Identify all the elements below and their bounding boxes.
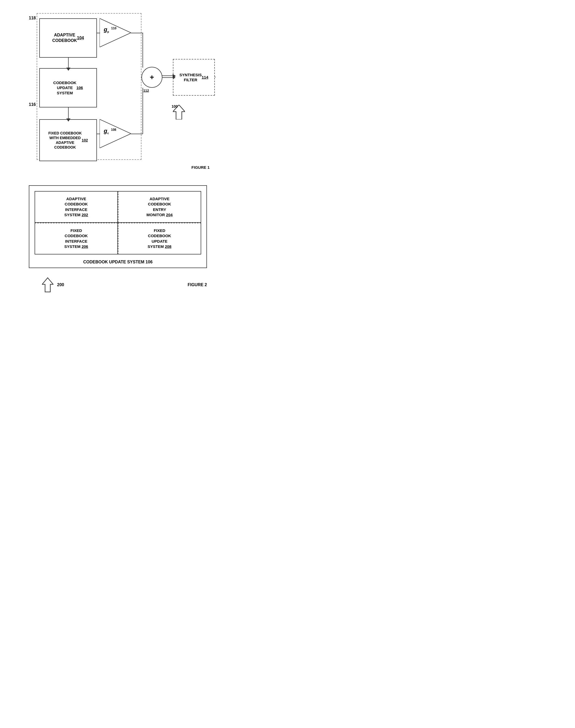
adaptive-codebook-interface-cell: ADAPTIVECODEBOOKINTERFACESYSTEM 202 <box>35 191 118 223</box>
fig2-left: 200 <box>42 277 64 293</box>
adaptive-codebook-entry-cell: ADAPTIVECODEBOOKENTRYMONITOR 204 <box>118 191 201 223</box>
gp-num: 110 <box>111 27 116 30</box>
fixed-codebook-interface-cell: FIXEDCODEBOOKINTERFACESYSTEM 206 <box>35 223 118 255</box>
adder-num: 112 <box>143 89 149 93</box>
adaptive-codebook-box: ADAPTIVECODEBOOK104 <box>39 18 97 58</box>
line-gc-to-adder-h <box>131 134 143 134</box>
output-arrow-area: 100 <box>173 105 185 121</box>
synthesis-filter-box: SYNTHESISFILTER114 <box>173 59 215 96</box>
sf-output-line <box>215 76 215 77</box>
line-fcb-to-gc <box>97 134 100 134</box>
codebook-update-box: CODEBOOKUPDATESYSTEM106 <box>39 68 97 107</box>
figure-2-caption-row: 200 FIGURE 2 <box>16 277 220 293</box>
line-gp-to-adder <box>131 33 143 33</box>
gp-label: gp 110 <box>104 26 116 33</box>
arrowhead-to-fcb <box>66 119 70 122</box>
gc-label: gc 108 <box>104 128 116 135</box>
figure-2-container: ADAPTIVECODEBOOKINTERFACESYSTEM 202 ADAP… <box>16 185 220 293</box>
arrow-up-icon-200 <box>42 277 54 293</box>
line-h-adder-sf <box>162 75 174 76</box>
gc-num: 108 <box>111 128 116 132</box>
fixed-codebook-box: FIXED CODEBOOKWITH EMBEDDEDADAPTIVECODEB… <box>39 119 97 161</box>
adder-circle: + <box>141 67 162 88</box>
label-100: 100 <box>172 104 178 108</box>
figure-2-diagram: ADAPTIVECODEBOOKINTERFACESYSTEM 202 ADAP… <box>16 185 220 268</box>
arrowhead-to-update <box>66 68 70 71</box>
arrowhead-to-sf <box>173 74 176 78</box>
figure-2-caption-text: FIGURE 2 <box>188 283 207 287</box>
gp-subscript: p <box>107 30 109 33</box>
fixed-codebook-update-cell: FIXEDCODEBOOKUPDATESYSTEM 208 <box>118 223 201 255</box>
figure-1-caption: FIGURE 1 <box>16 165 220 170</box>
line-adder-to-sf <box>162 77 173 78</box>
label-116: 116 <box>29 102 36 107</box>
line-acb-to-update <box>68 58 69 68</box>
label-118: 118 <box>29 16 36 21</box>
svg-marker-3 <box>42 278 53 292</box>
gc-subscript: c <box>107 132 109 135</box>
label-200: 200 <box>57 283 64 287</box>
codebook-update-label: CODEBOOK UPDATE SYSTEM 106 <box>29 260 206 264</box>
line-acb-to-gp <box>97 33 100 33</box>
figure-1-diagram: 118 116 ADAPTIVECODEBOOK104 CODEBOOKUPDA… <box>16 10 220 163</box>
codebook-update-outer-box: ADAPTIVECODEBOOKINTERFACESYSTEM 202 ADAP… <box>29 185 207 268</box>
line-gp-down <box>142 33 143 68</box>
line-update-to-fcb <box>68 107 69 119</box>
fig2-grid: ADAPTIVECODEBOOKINTERFACESYSTEM 202 ADAP… <box>35 191 201 255</box>
line-gc-to-adder-v <box>142 88 143 134</box>
figure-1-container: 118 116 ADAPTIVECODEBOOK104 CODEBOOKUPDA… <box>16 10 220 170</box>
